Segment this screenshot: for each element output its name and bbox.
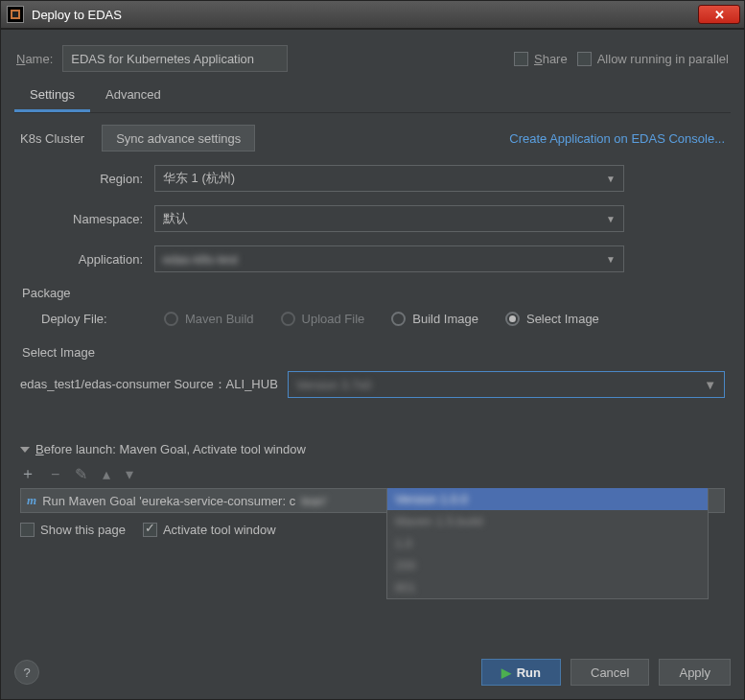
checkbox-icon (20, 523, 35, 537)
config-name-input[interactable] (62, 45, 287, 72)
dialog-footer: ? ▶ Run Cancel Apply (14, 659, 731, 686)
create-app-link[interactable]: Create Application on EDAS Console... (509, 131, 725, 146)
dialog-body: Name: Share Allow running in parallel Se… (0, 29, 745, 700)
checkbox-icon (143, 523, 157, 537)
chevron-down-icon (20, 447, 30, 453)
region-dropdown[interactable]: 华东 1 (杭州) ▼ (154, 165, 624, 192)
radio-upload-file[interactable]: Upload File (281, 312, 365, 326)
package-section-label: Package (22, 286, 725, 300)
k8s-cluster-label: K8s Cluster (20, 131, 84, 146)
name-row: Name: Share Allow running in parallel (16, 45, 729, 72)
dropdown-option[interactable]: Version 1.0.0 (387, 488, 708, 510)
chevron-down-icon: ▼ (606, 254, 616, 265)
app-icon (7, 6, 24, 23)
name-label: Name: (16, 52, 53, 66)
application-label: Application: (20, 252, 154, 267)
play-icon: ▶ (501, 665, 511, 680)
help-icon: ? (23, 665, 30, 680)
maven-icon: m (27, 493, 36, 508)
svg-rect-1 (12, 12, 18, 17)
move-up-icon[interactable]: ▴ (103, 465, 110, 483)
namespace-label: Namespace: (20, 212, 154, 226)
dropdown-option[interactable]: 1.0 (387, 532, 708, 554)
window-close-button[interactable]: ✕ (698, 5, 740, 24)
activate-tool-window-checkbox[interactable]: Activate tool window (143, 523, 276, 537)
apply-button[interactable]: Apply (659, 659, 731, 686)
application-dropdown[interactable]: edas-k8s-test ▼ (154, 245, 624, 272)
window-title: Deploy to EDAS (32, 8, 698, 22)
namespace-dropdown[interactable]: 默认 ▼ (154, 205, 624, 232)
settings-panel: K8s Cluster Sync advance settings Create… (14, 113, 731, 543)
help-button[interactable]: ? (14, 660, 39, 685)
move-down-icon[interactable]: ▾ (126, 465, 133, 483)
window-titlebar: Deploy to EDAS ✕ (0, 0, 745, 29)
run-button[interactable]: ▶ Run (481, 659, 561, 686)
radio-select-image[interactable]: Select Image (505, 312, 599, 326)
show-this-page-checkbox[interactable]: Show this page (20, 523, 126, 537)
chevron-down-icon: ▼ (704, 378, 716, 392)
region-label: Region: (20, 172, 154, 186)
tab-settings[interactable]: Settings (14, 80, 90, 112)
dropdown-option[interactable]: 801 (387, 576, 708, 598)
image-version-dropdown-list: Version 1.0.0 Maven 1.5.build 1.0 200 80… (386, 488, 709, 599)
share-checkbox[interactable]: Share (514, 52, 568, 66)
checkbox-icon (514, 52, 528, 66)
checkbox-icon (577, 52, 592, 66)
dropdown-option[interactable]: Maven 1.5.build (387, 510, 708, 532)
before-launch-toolbar: ＋ − ✎ ▴ ▾ (20, 464, 725, 484)
radio-maven-build[interactable]: Maven Build (164, 312, 254, 326)
image-version-dropdown[interactable]: Version 3.7x0 ▼ (288, 371, 725, 398)
before-launch-toggle[interactable]: Before launch: Maven Goal, Activate tool… (20, 442, 725, 456)
radio-build-image[interactable]: Build Image (391, 312, 478, 326)
chevron-down-icon: ▼ (606, 214, 616, 224)
select-image-section-label: Select Image (22, 345, 725, 360)
close-icon: ✕ (714, 8, 725, 22)
cancel-button[interactable]: Cancel (570, 659, 649, 686)
deploy-file-radio-group: Deploy File: Maven Build Upload File Bui… (41, 312, 725, 326)
deploy-file-label: Deploy File: (41, 312, 137, 326)
chevron-down-icon: ▼ (606, 174, 616, 184)
sync-advanced-settings-button[interactable]: Sync advance settings (102, 125, 255, 152)
tab-advanced[interactable]: Advanced (90, 80, 176, 112)
edit-icon[interactable]: ✎ (75, 465, 87, 483)
remove-icon[interactable]: − (51, 466, 59, 483)
dropdown-option[interactable]: 200 (387, 554, 708, 576)
image-source-text: edas_test1/edas-consumer Source：ALI_HUB (20, 376, 278, 393)
tabs: Settings Advanced (14, 80, 731, 113)
allow-parallel-checkbox[interactable]: Allow running in parallel (577, 52, 729, 66)
add-icon[interactable]: ＋ (20, 464, 35, 484)
